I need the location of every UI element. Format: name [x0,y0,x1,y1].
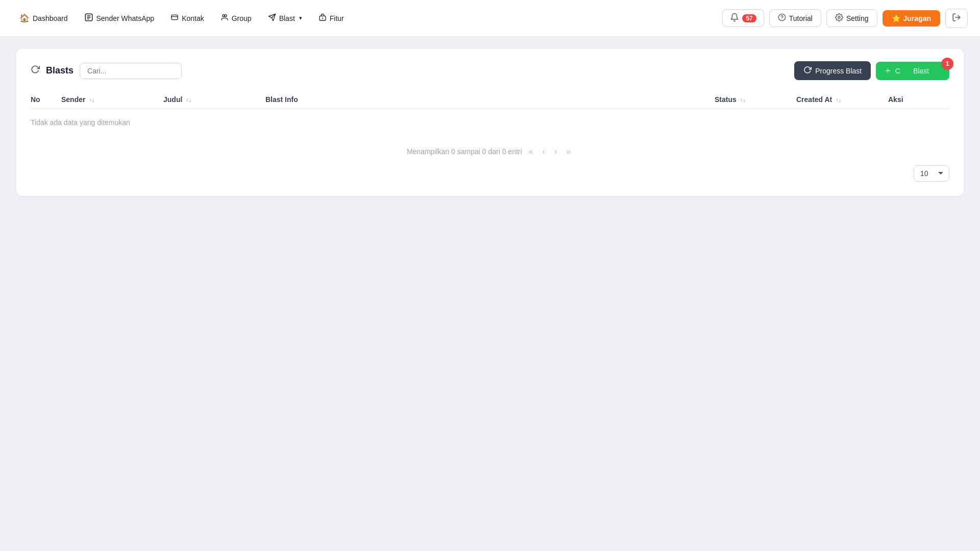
col-sender[interactable]: Sender ↑↓ [61,95,163,104]
col-aksi: Aksi [888,95,949,104]
pagination-text: Menampilkan 0 sampai 0 dari 0 entri [407,147,522,156]
nav-group[interactable]: Group [213,9,259,28]
next-page-button[interactable]: › [552,146,559,157]
juragan-label: Juragan [903,14,931,22]
prev-page-button[interactable]: ‹ [540,146,548,157]
nav-dashboard[interactable]: 🏠 Dashboard [12,9,75,27]
setting-icon [835,13,843,23]
nav-kontak[interactable]: Kontak [163,9,211,28]
col-blast-info: Blast Info [265,95,715,104]
nav-blast-label: Blast [279,14,295,22]
blast-chevron-icon: ▾ [299,15,302,21]
pagination: Menampilkan 0 sampai 0 dari 0 entri « ‹ … [31,146,949,157]
svg-point-10 [838,16,840,18]
progress-blast-label: Progress Blast [815,67,862,75]
whatsapp-icon [84,13,93,24]
main-content: Blasts Progress Blast + C Blast 1 [0,37,980,208]
star-icon: ⭐ [892,14,900,22]
sort-sender-icon: ↑↓ [89,97,94,103]
col-status[interactable]: Status ↑↓ [715,95,796,104]
last-page-button[interactable]: » [564,146,573,157]
kontak-icon [170,13,179,23]
nav-left: 🏠 Dashboard Sender WhatsApp Kontak Group [12,9,722,28]
card-header-left: Blasts [31,63,182,79]
page-title: Blasts [46,65,74,76]
nav-blast[interactable]: Blast ▾ [261,9,309,28]
svg-point-3 [225,14,227,16]
sort-created-icon: ↑↓ [836,97,841,103]
tutorial-icon [778,13,786,23]
col-no: No [31,95,61,104]
notification-badge: 57 [742,14,756,22]
create-blast-badge: 1 [941,58,953,70]
create-blast-label: C [895,67,900,75]
navbar: 🏠 Dashboard Sender WhatsApp Kontak Group [0,0,980,37]
sort-judul-icon: ↑↓ [186,97,191,103]
create-blast-label2: Blast [913,67,929,75]
juragan-button[interactable]: ⭐ Juragan [883,10,940,27]
logout-button[interactable] [945,9,968,28]
setting-label: Setting [846,14,869,22]
refresh-icon[interactable] [31,65,40,77]
sort-status-icon: ↑↓ [740,97,746,103]
create-blast-button[interactable]: + C Blast [876,62,949,80]
nav-fitur-label: Fitur [330,14,344,22]
pagination-footer: 10 25 50 100 [31,165,949,182]
svg-rect-1 [172,15,178,19]
nav-group-label: Group [232,14,252,22]
home-icon: 🏠 [19,13,30,23]
create-blast-wrapper: + C Blast 1 [876,62,949,80]
progress-blast-button[interactable]: Progress Blast [794,61,871,80]
tutorial-button[interactable]: Tutorial [769,9,821,27]
group-icon [220,13,229,23]
card-header: Blasts Progress Blast + C Blast 1 [31,61,949,80]
nav-kontak-label: Kontak [182,14,204,22]
create-blast-plus-icon: + [885,66,891,76]
fitur-icon [318,13,327,23]
col-created-at[interactable]: Created At ↑↓ [796,95,888,104]
bell-button[interactable]: 57 [722,9,764,27]
card-header-right: Progress Blast + C Blast 1 [794,61,949,80]
nav-sender-label: Sender WhatsApp [96,14,155,22]
table-empty-message: Tidak ada data yang ditemukan [31,109,949,136]
first-page-button[interactable]: « [526,146,536,157]
search-input[interactable] [80,63,182,79]
progress-blast-icon [803,66,812,76]
nav-sender-whatsapp[interactable]: Sender WhatsApp [77,9,162,28]
bell-icon [730,13,739,23]
nav-fitur[interactable]: Fitur [311,9,351,28]
blasts-card: Blasts Progress Blast + C Blast 1 [16,49,964,196]
nav-right: 57 Tutorial Setting ⭐ Juragan [722,9,968,28]
setting-button[interactable]: Setting [826,9,877,27]
logout-icon [952,13,961,24]
nav-dashboard-label: Dashboard [33,14,68,22]
tutorial-label: Tutorial [789,14,813,22]
blast-icon [268,13,276,23]
col-judul[interactable]: Judul ↑↓ [163,95,265,104]
table-header: No Sender ↑↓ Judul ↑↓ Blast Info Status … [31,90,949,109]
per-page-select[interactable]: 10 25 50 100 [914,165,949,182]
